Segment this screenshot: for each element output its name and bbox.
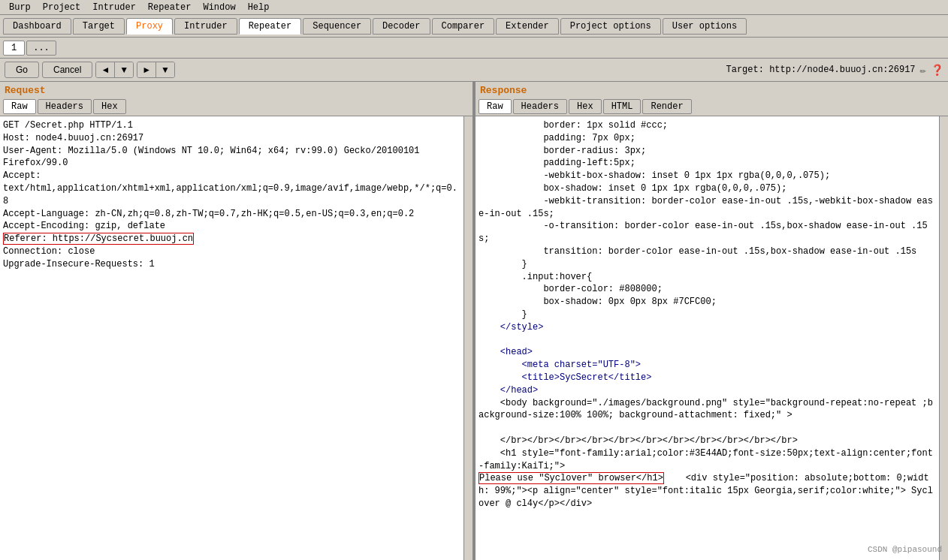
menu-intruder[interactable]: Intruder (86, 1, 142, 14)
tab-repeater[interactable]: Repeater (239, 18, 302, 35)
response-tab-headers[interactable]: Headers (513, 99, 567, 114)
tab-extender[interactable]: Extender (496, 18, 559, 35)
tab-intruder[interactable]: Intruder (174, 18, 237, 35)
menu-project[interactable]: Project (37, 1, 86, 14)
back-dropdown-button[interactable]: ▼ (115, 62, 133, 77)
tab-dashboard[interactable]: Dashboard (3, 18, 71, 35)
tab-comparer[interactable]: Comparer (432, 18, 495, 35)
request-text-area-wrapper: GET /Secret.php HTTP/1.1 Host: node4.buu… (0, 116, 472, 560)
back-button[interactable]: ◄ (96, 62, 115, 77)
edit-target-icon[interactable]: ✏️ (920, 64, 926, 77)
forward-nav-group: ► ▼ (137, 62, 175, 78)
request-tab-headers[interactable]: Headers (38, 99, 92, 114)
response-tab-html[interactable]: HTML (603, 99, 642, 114)
back-nav-group: ◄ ▼ (95, 62, 134, 78)
response-scrollbar[interactable] (939, 116, 948, 560)
response-panel: Response Raw Headers Hex HTML Render bor… (476, 82, 948, 560)
target-info: Target: http://node4.buuoj.cn:26917 ✏️ ❓ (726, 64, 943, 77)
response-tab-render[interactable]: Render (642, 99, 691, 114)
response-text-area-wrapper: border: 1px solid #ccc; padding: 7px 0px… (476, 116, 948, 560)
request-scrollbar[interactable] (463, 116, 472, 560)
help-icon[interactable]: ❓ (931, 64, 943, 77)
repeater-tab-row: 1 ... (0, 38, 948, 59)
forward-button[interactable]: ► (137, 62, 156, 77)
cancel-button[interactable]: Cancel (42, 62, 92, 78)
request-tab-raw[interactable]: Raw (3, 99, 36, 114)
target-text: Target: http://node4.buuoj.cn:26917 (726, 65, 916, 75)
response-tab-raw[interactable]: Raw (479, 99, 512, 114)
menu-window[interactable]: Window (197, 1, 241, 14)
tab-project-options[interactable]: Project options (560, 18, 661, 35)
request-title: Request (0, 82, 472, 98)
repeater-instance-tab[interactable]: 1 (3, 41, 25, 56)
watermark: CSDN @pipasound (868, 545, 942, 554)
response-title: Response (476, 82, 948, 98)
response-sub-tab-bar: Raw Headers Hex HTML Render (476, 98, 948, 116)
tab-proxy[interactable]: Proxy (126, 18, 173, 35)
tab-user-options[interactable]: User options (663, 18, 747, 35)
repeater-more-tabs[interactable]: ... (26, 41, 56, 56)
go-button[interactable]: Go (5, 62, 39, 78)
menu-help[interactable]: Help (242, 1, 276, 14)
toolbar: Go Cancel ◄ ▼ ► ▼ Target: http://node4.b… (0, 59, 948, 82)
forward-dropdown-button[interactable]: ▼ (156, 62, 174, 77)
request-tab-hex[interactable]: Hex (93, 99, 126, 114)
tab-target[interactable]: Target (73, 18, 125, 35)
tab-sequencer[interactable]: Sequencer (303, 18, 371, 35)
tab-decoder[interactable]: Decoder (373, 18, 430, 35)
menu-bar: Burp Project Intruder Repeater Window He… (0, 0, 948, 15)
main-content: Request Raw Headers Hex GET /Secret.php … (0, 82, 948, 560)
request-panel: Request Raw Headers Hex GET /Secret.php … (0, 82, 473, 560)
response-text-area[interactable]: border: 1px solid #ccc; padding: 7px 0px… (476, 116, 939, 560)
response-tab-hex[interactable]: Hex (569, 99, 602, 114)
menu-burp[interactable]: Burp (3, 1, 37, 14)
menu-repeater[interactable]: Repeater (142, 1, 198, 14)
request-sub-tab-bar: Raw Headers Hex (0, 98, 472, 116)
request-text-area[interactable]: GET /Secret.php HTTP/1.1 Host: node4.buu… (0, 116, 463, 560)
main-tab-bar: Dashboard Target Proxy Intruder Repeater… (0, 15, 948, 38)
